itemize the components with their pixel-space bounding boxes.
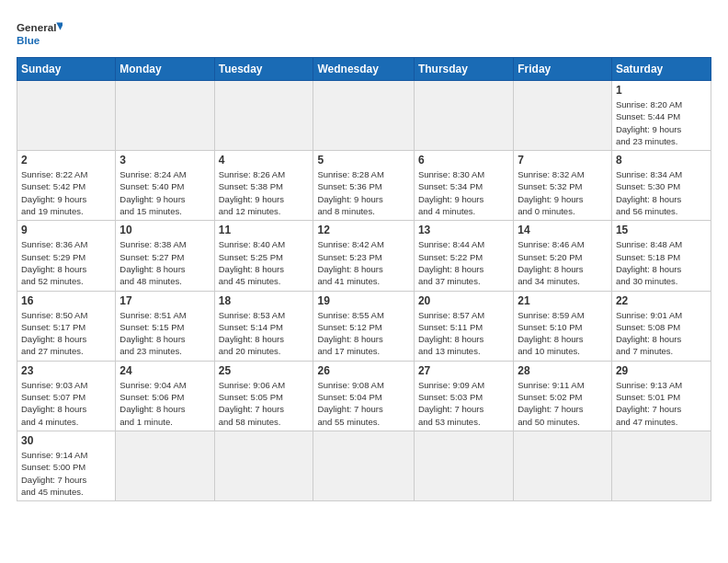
day-info: Sunrise: 8:42 AM Sunset: 5:23 PM Dayligh… (317, 238, 409, 287)
day-cell-18: 18Sunrise: 8:53 AM Sunset: 5:14 PM Dayli… (214, 291, 313, 361)
svg-text:Blue: Blue (17, 34, 40, 46)
day-number: 29 (616, 364, 707, 377)
day-info: Sunrise: 8:51 AM Sunset: 5:15 PM Dayligh… (119, 309, 210, 358)
day-info: Sunrise: 8:24 AM Sunset: 5:40 PM Dayligh… (119, 168, 210, 217)
day-info: Sunrise: 8:48 AM Sunset: 5:18 PM Dayligh… (616, 238, 707, 287)
day-number: 11 (219, 224, 310, 236)
day-info: Sunrise: 8:40 AM Sunset: 5:25 PM Dayligh… (219, 238, 310, 287)
weekday-header-wednesday: Wednesday (313, 58, 414, 81)
calendar-row-3: 9Sunrise: 8:36 AM Sunset: 5:29 PM Daylig… (17, 221, 711, 291)
day-cell-9: 9Sunrise: 8:36 AM Sunset: 5:29 PM Daylig… (17, 221, 116, 291)
day-number: 9 (21, 224, 111, 236)
day-number: 27 (418, 364, 509, 377)
day-number: 5 (317, 154, 409, 167)
day-cell-7: 7Sunrise: 8:32 AM Sunset: 5:32 PM Daylig… (514, 151, 612, 221)
day-info: Sunrise: 8:22 AM Sunset: 5:42 PM Dayligh… (21, 168, 111, 217)
empty-cell (414, 431, 513, 500)
empty-cell (116, 431, 214, 500)
day-cell-28: 28Sunrise: 9:11 AM Sunset: 5:02 PM Dayli… (514, 361, 612, 431)
day-number: 21 (518, 294, 608, 307)
day-number: 3 (119, 154, 210, 167)
calendar: SundayMondayTuesdayWednesdayThursdayFrid… (17, 57, 711, 501)
day-cell-6: 6Sunrise: 8:30 AM Sunset: 5:34 PM Daylig… (414, 151, 513, 221)
day-cell-13: 13Sunrise: 8:44 AM Sunset: 5:22 PM Dayli… (414, 221, 513, 291)
day-info: Sunrise: 9:03 AM Sunset: 5:07 PM Dayligh… (21, 379, 111, 428)
day-info: Sunrise: 8:32 AM Sunset: 5:32 PM Dayligh… (518, 168, 608, 217)
logo-svg: General Blue (17, 17, 63, 52)
day-info: Sunrise: 8:55 AM Sunset: 5:12 PM Dayligh… (317, 309, 409, 358)
empty-cell (414, 81, 513, 151)
day-info: Sunrise: 9:09 AM Sunset: 5:03 PM Dayligh… (418, 379, 509, 428)
day-cell-20: 20Sunrise: 8:57 AM Sunset: 5:11 PM Dayli… (414, 291, 513, 361)
day-cell-22: 22Sunrise: 9:01 AM Sunset: 5:08 PM Dayli… (611, 291, 711, 361)
day-info: Sunrise: 8:53 AM Sunset: 5:14 PM Dayligh… (219, 309, 310, 358)
weekday-header-thursday: Thursday (414, 58, 513, 81)
day-number: 12 (317, 224, 409, 236)
day-number: 15 (616, 224, 707, 236)
day-info: Sunrise: 8:57 AM Sunset: 5:11 PM Dayligh… (418, 309, 509, 358)
day-info: Sunrise: 8:50 AM Sunset: 5:17 PM Dayligh… (21, 309, 111, 358)
day-cell-23: 23Sunrise: 9:03 AM Sunset: 5:07 PM Dayli… (17, 361, 116, 431)
calendar-row-5: 23Sunrise: 9:03 AM Sunset: 5:07 PM Dayli… (17, 361, 711, 431)
empty-cell (611, 431, 711, 500)
day-cell-5: 5Sunrise: 8:28 AM Sunset: 5:36 PM Daylig… (313, 151, 414, 221)
day-number: 30 (21, 434, 111, 447)
day-cell-17: 17Sunrise: 8:51 AM Sunset: 5:15 PM Dayli… (116, 291, 214, 361)
day-info: Sunrise: 8:46 AM Sunset: 5:20 PM Dayligh… (518, 238, 608, 287)
day-number: 16 (21, 294, 111, 307)
day-cell-30: 30Sunrise: 9:14 AM Sunset: 5:00 PM Dayli… (17, 431, 116, 500)
day-cell-1: 1Sunrise: 8:20 AM Sunset: 5:44 PM Daylig… (611, 81, 711, 151)
day-number: 8 (616, 154, 707, 167)
empty-cell (313, 81, 414, 151)
weekday-header-tuesday: Tuesday (214, 58, 313, 81)
day-cell-21: 21Sunrise: 8:59 AM Sunset: 5:10 PM Dayli… (514, 291, 612, 361)
weekday-header-saturday: Saturday (611, 58, 711, 81)
day-number: 2 (21, 154, 111, 167)
day-info: Sunrise: 8:44 AM Sunset: 5:22 PM Dayligh… (418, 238, 509, 287)
day-cell-27: 27Sunrise: 9:09 AM Sunset: 5:03 PM Dayli… (414, 361, 513, 431)
day-number: 7 (518, 154, 608, 167)
day-cell-10: 10Sunrise: 8:38 AM Sunset: 5:27 PM Dayli… (116, 221, 214, 291)
day-info: Sunrise: 9:14 AM Sunset: 5:00 PM Dayligh… (21, 449, 111, 498)
day-cell-2: 2Sunrise: 8:22 AM Sunset: 5:42 PM Daylig… (17, 151, 116, 221)
day-number: 28 (518, 364, 608, 377)
day-cell-14: 14Sunrise: 8:46 AM Sunset: 5:20 PM Dayli… (514, 221, 612, 291)
empty-cell (116, 81, 214, 151)
day-info: Sunrise: 8:36 AM Sunset: 5:29 PM Dayligh… (21, 238, 111, 287)
day-info: Sunrise: 8:20 AM Sunset: 5:44 PM Dayligh… (616, 98, 707, 147)
day-info: Sunrise: 8:26 AM Sunset: 5:38 PM Dayligh… (219, 168, 310, 217)
day-number: 14 (518, 224, 608, 236)
day-number: 24 (119, 364, 210, 377)
empty-cell (214, 431, 313, 500)
day-number: 4 (219, 154, 310, 167)
svg-text:General: General (17, 22, 56, 34)
day-info: Sunrise: 8:38 AM Sunset: 5:27 PM Dayligh… (119, 238, 210, 287)
empty-cell (514, 81, 612, 151)
calendar-row-2: 2Sunrise: 8:22 AM Sunset: 5:42 PM Daylig… (17, 151, 711, 221)
day-number: 19 (317, 294, 409, 307)
calendar-row-6: 30Sunrise: 9:14 AM Sunset: 5:00 PM Dayli… (17, 431, 711, 500)
day-number: 13 (418, 224, 509, 236)
page: General Blue SundayMondayTuesdayWednesda… (0, 0, 728, 563)
day-number: 23 (21, 364, 111, 377)
logo: General Blue (17, 17, 63, 52)
day-info: Sunrise: 9:01 AM Sunset: 5:08 PM Dayligh… (616, 309, 707, 358)
day-number: 17 (119, 294, 210, 307)
weekday-header-sunday: Sunday (17, 58, 116, 81)
day-cell-25: 25Sunrise: 9:06 AM Sunset: 5:05 PM Dayli… (214, 361, 313, 431)
day-cell-16: 16Sunrise: 8:50 AM Sunset: 5:17 PM Dayli… (17, 291, 116, 361)
empty-cell (514, 431, 612, 500)
day-number: 22 (616, 294, 707, 307)
day-info: Sunrise: 8:59 AM Sunset: 5:10 PM Dayligh… (518, 309, 608, 358)
day-info: Sunrise: 8:30 AM Sunset: 5:34 PM Dayligh… (418, 168, 509, 217)
day-cell-15: 15Sunrise: 8:48 AM Sunset: 5:18 PM Dayli… (611, 221, 711, 291)
day-number: 1 (616, 84, 707, 97)
day-cell-19: 19Sunrise: 8:55 AM Sunset: 5:12 PM Dayli… (313, 291, 414, 361)
weekday-header-row: SundayMondayTuesdayWednesdayThursdayFrid… (17, 58, 711, 81)
day-cell-29: 29Sunrise: 9:13 AM Sunset: 5:01 PM Dayli… (611, 361, 711, 431)
day-number: 18 (219, 294, 310, 307)
weekday-header-friday: Friday (514, 58, 612, 81)
day-cell-26: 26Sunrise: 9:08 AM Sunset: 5:04 PM Dayli… (313, 361, 414, 431)
empty-cell (214, 81, 313, 151)
day-number: 6 (418, 154, 509, 167)
